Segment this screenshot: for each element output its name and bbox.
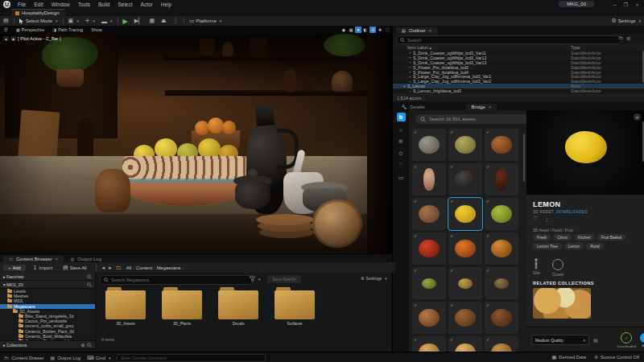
- related-collection-thumb[interactable]: [533, 288, 591, 319]
- play-button[interactable]: ▶: [120, 16, 131, 26]
- derived-data-button[interactable]: ▦Derived Data: [552, 354, 587, 360]
- asset-nectarine[interactable]: ✓: [448, 232, 482, 265]
- asset-clay-pot[interactable]: ✓: [412, 198, 446, 230]
- menu-edit[interactable]: Edit: [30, 2, 47, 7]
- asset-olive-gourd[interactable]: ✓: [448, 129, 482, 161]
- cmd-dropdown[interactable]: ⌨Cmd▾: [87, 355, 110, 360]
- cb-search-input[interactable]: Search Megascans: [100, 275, 253, 285]
- folder-3d-assets[interactable]: 3D_Assets: [103, 287, 148, 326]
- collections-section[interactable]: ▸ Collections ⚙: [0, 340, 95, 349]
- column-type[interactable]: Type: [571, 45, 580, 50]
- cinematics-dropdown[interactable]: ▬▾: [98, 16, 116, 26]
- asset-bread-loaf[interactable]: ✓: [448, 336, 482, 352]
- tag-lemon-tree[interactable]: Lemon Tree: [533, 243, 562, 249]
- output-log-button[interactable]: ▤Output Log: [51, 355, 80, 360]
- unreal-logo-icon[interactable]: U: [3, 1, 10, 8]
- asset-croissant[interactable]: ✓: [485, 336, 518, 352]
- blueprints-dropdown[interactable]: ✛▾: [82, 16, 98, 26]
- asset-dried-flower[interactable]: ✓: [448, 267, 482, 299]
- outliner-settings-icon[interactable]: ⚙: [626, 35, 630, 41]
- favorite-heart-icon[interactable]: ♡: [533, 216, 538, 222]
- asset-brown-onion[interactable]: ✓: [485, 129, 518, 161]
- view-mode-dropdown[interactable]: ◨Path Tracing: [48, 27, 87, 32]
- add-folder-icon[interactable]: 🗀: [618, 35, 623, 41]
- viewport-menu-icon[interactable]: ☰: [0, 27, 12, 32]
- tab-details[interactable]: 🔧Details: [396, 104, 431, 110]
- add-actor-dropdown[interactable]: ▣▾: [65, 16, 82, 26]
- minimize-button[interactable]: ─: [609, 1, 620, 8]
- grid-icon[interactable]: ▦: [348, 27, 354, 33]
- project-section[interactable]: ▾ MKG_00: [0, 281, 95, 289]
- skip-button[interactable]: ▶▏: [131, 16, 147, 26]
- eject-pilot-icon[interactable]: ▲: [3, 36, 9, 41]
- platforms-dropdown[interactable]: ▭Platforms▾: [186, 16, 225, 26]
- save-all-button[interactable]: ▤Save All: [60, 263, 90, 273]
- import-button[interactable]: ↧Import: [30, 263, 56, 273]
- folder-surfaces[interactable]: Surfaces: [272, 287, 317, 326]
- back-icon[interactable]: ◂: [102, 265, 105, 271]
- fov-icon[interactable]: ◧: [362, 27, 369, 33]
- tab-outliner[interactable]: ▤Outliner×: [396, 27, 437, 34]
- settings-dropdown[interactable]: ⚙ Settings▾: [612, 16, 641, 26]
- select-mode-dropdown[interactable]: Select Mode▾: [16, 16, 61, 26]
- viewport[interactable]: ☰ ▦Perspective ◨Path Tracing Show ◉ ▦ ❖ …: [0, 26, 392, 253]
- level-tab[interactable]: HospitalityDesign: [11, 9, 65, 16]
- menu-build[interactable]: Build: [94, 2, 114, 7]
- asset-seed-pod[interactable]: ✓: [485, 267, 518, 299]
- kebab-menu-icon[interactable]: ⋮: [544, 216, 549, 222]
- save-icon[interactable]: ▤: [0, 18, 12, 24]
- home-icon[interactable]: ⌂: [399, 127, 402, 133]
- asset-terracotta-pot[interactable]: ✓: [412, 302, 446, 334]
- frame-button[interactable]: ▦: [146, 16, 158, 26]
- menu-window[interactable]: Window: [47, 2, 74, 7]
- asset-red-apple[interactable]: ✓: [412, 232, 446, 265]
- downloaded-button[interactable]: ✓ Downloaded: [617, 332, 636, 348]
- menu-actor[interactable]: Actor: [137, 2, 157, 7]
- asset-ceramic-vase[interactable]: ✓: [412, 163, 446, 195]
- menu-tools[interactable]: Tools: [74, 2, 94, 7]
- menu-help[interactable]: Help: [157, 2, 175, 7]
- forward-icon[interactable]: ▸: [109, 265, 112, 271]
- tab-content-browser[interactable]: 🗀Content Browser×: [3, 256, 64, 262]
- asset-clay-bowl[interactable]: ✓: [448, 302, 482, 334]
- tag-fresh[interactable]: Fresh: [533, 234, 551, 241]
- asset-orange-fruit[interactable]: ✓: [485, 232, 518, 265]
- maximize-button[interactable]: ❐: [621, 1, 631, 8]
- download-queue-icon[interactable]: ▤: [593, 337, 598, 343]
- asset-stone-mortar[interactable]: ✓: [412, 129, 446, 161]
- close-icon[interactable]: ×: [56, 257, 58, 261]
- local-assets-icon[interactable]: ▭: [398, 175, 404, 181]
- asset-lemon[interactable]: ✓: [448, 198, 482, 230]
- asset-herb-sprig[interactable]: ✓: [412, 267, 446, 299]
- close-icon[interactable]: ×: [489, 105, 491, 109]
- close-button[interactable]: ×: [632, 1, 642, 8]
- stop-button[interactable]: ⏏: [158, 16, 170, 26]
- maximize-viewport-icon[interactable]: ⛶: [384, 27, 390, 33]
- close-icon[interactable]: ×: [429, 28, 431, 33]
- asset-bread-bun[interactable]: ✓: [412, 336, 446, 352]
- tab-bridge[interactable]: Bridge×: [466, 104, 497, 110]
- save-search-button[interactable]: Save Search: [267, 275, 301, 283]
- bookmark-icon[interactable]: ✥: [377, 27, 383, 33]
- tag-kitchen[interactable]: Kitchen: [574, 234, 595, 241]
- close-detail-icon[interactable]: ×: [634, 113, 641, 121]
- show-dropdown[interactable]: Show: [87, 27, 106, 32]
- asset-black-teapot[interactable]: ✓: [448, 163, 482, 195]
- asset-glazed-bottle[interactable]: ✓: [485, 163, 518, 195]
- browse-globe-icon[interactable]: ⊕: [398, 138, 403, 145]
- menu-select[interactable]: Select: [114, 2, 136, 7]
- screen-percentage-icon[interactable]: ❖: [355, 27, 361, 33]
- pilot-camera-icon[interactable]: ◉: [10, 36, 16, 41]
- bridge-logo-icon[interactable]: b: [397, 113, 406, 121]
- tag-rural[interactable]: Rural: [586, 243, 603, 249]
- favorites-section[interactable]: ▸ Favorites: [0, 273, 95, 281]
- cb-settings-button[interactable]: ⚙Settings▾: [361, 276, 387, 281]
- breadcrumb-megascans[interactable]: Megascans: [156, 265, 182, 270]
- outliner-search-input[interactable]: Search: [396, 35, 621, 44]
- add-button[interactable]: ⇣ Add: [640, 333, 644, 348]
- folder-decals[interactable]: Decals: [216, 287, 261, 326]
- column-item-label[interactable]: Item Label ▴: [393, 45, 431, 50]
- asset-green-pear[interactable]: ✓: [485, 198, 518, 230]
- camera-icon[interactable]: ◉: [341, 27, 347, 33]
- console-input[interactable]: Enter Console Command: [117, 354, 266, 362]
